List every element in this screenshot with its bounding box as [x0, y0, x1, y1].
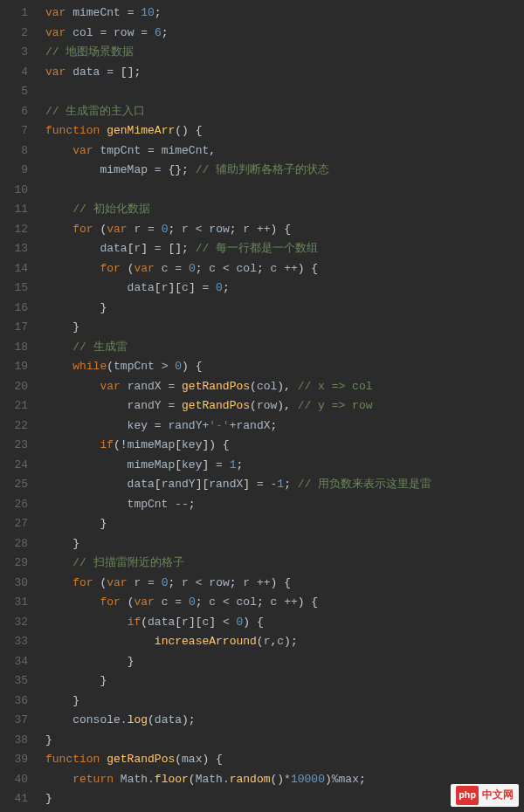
code-line[interactable]: var col = row = 6;	[45, 24, 524, 44]
line-number: 25	[0, 475, 28, 495]
code-line[interactable]: var mimeCnt = 10;	[45, 3, 524, 24]
token-pun: ;	[230, 223, 244, 236]
line-number: 10	[0, 181, 28, 201]
code-line[interactable]: if(!mimeMap[key]) {	[45, 436, 524, 456]
token-id: col	[257, 380, 277, 393]
code-line[interactable]: }	[45, 318, 524, 338]
line-number: 18	[0, 338, 28, 358]
code-line[interactable]: }	[45, 534, 524, 554]
token-pun: [	[155, 281, 162, 294]
code-line[interactable]: }	[45, 652, 524, 672]
code-line[interactable]: }	[45, 671, 524, 692]
token-id: c	[209, 595, 223, 609]
watermark-text: 中文网	[482, 786, 514, 806]
token-id	[45, 262, 100, 275]
code-line[interactable]: mimeMap[key] = 1;	[45, 456, 524, 476]
token-id	[45, 320, 72, 334]
code-line[interactable]: var randX = getRandPos(col), // x => col	[45, 377, 524, 397]
token-pun: }	[45, 792, 52, 805]
token-cmt: // 用负数来表示这里是雷	[298, 478, 431, 491]
line-number: 2	[0, 24, 28, 44]
token-id: c	[271, 595, 285, 609]
token-id	[45, 655, 128, 668]
token-id: row	[209, 223, 229, 236]
token-id: randY	[45, 399, 168, 412]
code-line[interactable]: randY = getRandPos(row), // y => row	[45, 396, 524, 416]
code-area[interactable]: var mimeCnt = 10;var col = row = 6;// 地图…	[37, 0, 524, 812]
code-line[interactable]: for (var c = 0; c < col; c ++) {	[45, 593, 524, 613]
token-id	[45, 341, 72, 354]
token-kw: for	[100, 262, 127, 275]
token-pun: ;	[359, 773, 366, 786]
token-op: =	[141, 26, 155, 39]
token-pun: );	[284, 635, 298, 648]
token-pun: ;	[284, 478, 298, 491]
line-number: 5	[0, 82, 28, 102]
code-line[interactable]: // 生成雷	[45, 338, 524, 358]
token-id	[45, 773, 72, 786]
code-line[interactable]: }	[45, 731, 524, 751]
token-op: <	[223, 595, 237, 609]
line-number: 28	[0, 534, 28, 554]
token-pun: (	[257, 635, 264, 648]
token-op: =	[148, 144, 162, 157]
line-number: 20	[0, 377, 28, 397]
token-id: r	[182, 616, 189, 629]
token-id: data	[72, 65, 107, 79]
token-id	[45, 576, 72, 589]
token-pun: ) {	[298, 262, 318, 275]
code-line[interactable]: for (var c = 0; c < col; c ++) {	[45, 259, 524, 279]
token-fn: log	[128, 713, 148, 726]
code-line[interactable]: function genMimeArr() {	[45, 121, 524, 141]
code-line[interactable]	[45, 181, 524, 201]
token-op: ++	[257, 576, 271, 589]
code-line[interactable]: key = randY+'-'+randX;	[45, 416, 524, 437]
code-editor[interactable]: 1234567891011121314151617181920212223242…	[0, 0, 524, 812]
token-cmt: // 辅助判断各格子的状态	[196, 163, 329, 176]
line-number: 4	[0, 63, 28, 83]
token-pun: ;	[257, 595, 271, 609]
code-line[interactable]: data[randY][randX] = -1; // 用负数来表示这里是雷	[45, 475, 524, 495]
code-line[interactable]: for (var r = 0; r < row; r ++) {	[45, 574, 524, 594]
code-line[interactable]: }	[45, 514, 524, 534]
line-number: 6	[0, 102, 28, 122]
code-line[interactable]: data[r][c] = 0;	[45, 279, 524, 299]
token-id	[45, 223, 72, 236]
token-id: data	[45, 281, 155, 294]
code-line[interactable]: increaseArround(r,c);	[45, 632, 524, 652]
token-pun: ]	[189, 281, 203, 294]
code-line[interactable]: if(data[r][c] < 0) {	[45, 613, 524, 633]
code-line[interactable]: tmpCnt --;	[45, 495, 524, 515]
token-op: =	[148, 576, 162, 589]
code-line[interactable]: mimeMap = {}; // 辅助判断各格子的状态	[45, 161, 524, 181]
code-line[interactable]: // 地图场景数据	[45, 43, 524, 63]
code-line[interactable]: var data = [];	[45, 63, 524, 83]
token-pun: [	[175, 616, 182, 629]
code-line[interactable]: // 扫描雷附近的格子	[45, 554, 524, 574]
code-line[interactable]: var tmpCnt = mimeCnt,	[45, 141, 524, 162]
token-pun: ][	[196, 478, 210, 491]
code-line[interactable]: function getRandPos(max) {	[45, 750, 524, 770]
code-line[interactable]: // 初始化数据	[45, 200, 524, 220]
code-line[interactable]	[45, 82, 524, 102]
token-pun: (	[250, 399, 257, 412]
code-line[interactable]: data[r] = []; // 每一行都是一个数组	[45, 239, 524, 259]
token-kw: for	[72, 576, 100, 589]
line-number: 11	[0, 200, 28, 220]
token-pun: ;	[189, 498, 196, 511]
token-cmt: // x => col	[298, 380, 373, 393]
code-line[interactable]: while(tmpCnt > 0) {	[45, 357, 524, 377]
code-line[interactable]: for (var r = 0; r < row; r ++) {	[45, 220, 524, 240]
code-line[interactable]: // 生成雷的主入口	[45, 102, 524, 122]
line-number: 16	[0, 299, 28, 319]
token-cmt: // 生成雷	[72, 341, 127, 354]
code-line[interactable]: }	[45, 299, 524, 319]
token-cmt: // 初始化数据	[72, 203, 149, 216]
token-pun: }	[45, 733, 52, 747]
code-line[interactable]: console.log(data);	[45, 711, 524, 731]
token-str: '-'	[209, 419, 229, 432]
token-op: =	[155, 419, 169, 432]
code-line[interactable]: }	[45, 692, 524, 712]
token-id: col	[72, 26, 100, 39]
token-op: =	[202, 281, 216, 294]
